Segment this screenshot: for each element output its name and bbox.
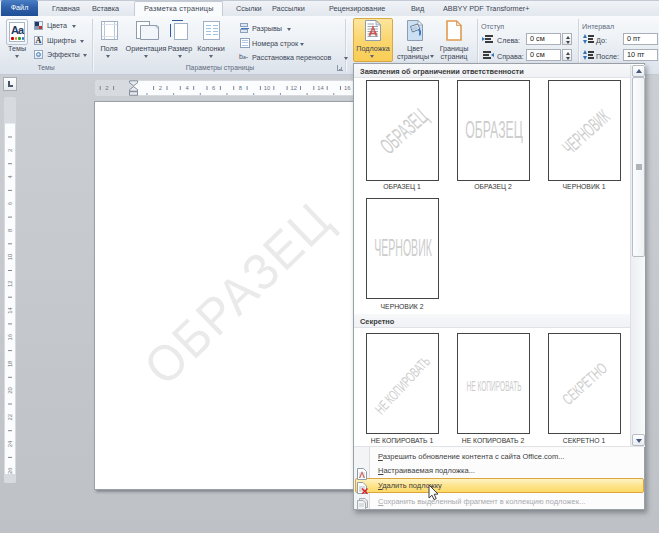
svg-text:26: 26 [7,467,13,473]
svg-text:16: 16 [7,334,13,340]
svg-text:6: 6 [212,85,215,91]
svg-text:10: 10 [264,85,270,91]
svg-text:10: 10 [7,254,13,260]
svg-text:8: 8 [239,85,242,91]
svg-text:14: 14 [7,307,13,314]
svg-text:14: 14 [317,85,324,91]
svg-text:8: 8 [7,229,13,232]
svg-text:18: 18 [7,361,13,367]
svg-text:6: 6 [7,202,13,205]
svg-text:2: 2 [105,85,108,91]
svg-text:12: 12 [7,281,13,287]
svg-text:16: 16 [344,85,350,91]
svg-text:24: 24 [7,440,13,447]
svg-text:22: 22 [7,414,13,420]
svg-text:2: 2 [7,149,13,152]
svg-text:2: 2 [159,85,162,91]
svg-text:12: 12 [291,85,297,91]
svg-text:20: 20 [7,387,13,393]
